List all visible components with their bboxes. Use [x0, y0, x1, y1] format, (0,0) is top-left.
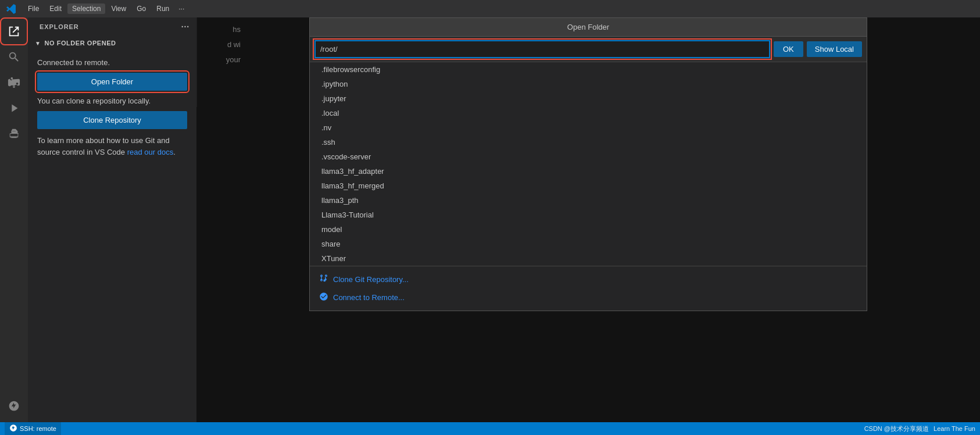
vscode-logo-icon — [6, 3, 16, 14]
explorer-title: EXPLORER — [40, 23, 79, 30]
statusbar: SSH: remote CSDN @技术分享频道 Learn The Fun — [0, 422, 980, 435]
activity-run-debug[interactable] — [2, 97, 26, 120]
activity-bar — [0, 17, 28, 422]
file-list-item[interactable]: .ipython — [310, 77, 867, 91]
menu-edit[interactable]: Edit — [45, 3, 66, 14]
statusbar-right: CSDN @技术分享频道 Learn The Fun — [864, 425, 975, 433]
folder-path-input[interactable] — [316, 41, 769, 57]
editor-area: Open Folder OK Show Local .filebrowserco… — [196, 17, 980, 422]
no-folder-header[interactable]: ▼ NO FOLDER OPENED — [28, 37, 196, 49]
clone-text: You can clone a repository locally. — [37, 97, 187, 105]
activity-explorer[interactable] — [2, 20, 26, 43]
menu-bar: File Edit Selection View Go Run ··· — [23, 3, 188, 14]
file-list-item[interactable]: model — [310, 222, 867, 237]
remote-connect-icon — [319, 292, 328, 303]
menu-selection[interactable]: Selection — [67, 3, 105, 14]
dialog-overlay: Open Folder OK Show Local .filebrowserco… — [196, 17, 980, 422]
file-list-item[interactable]: .local — [310, 106, 867, 120]
file-list-item[interactable]: .ssh — [310, 135, 867, 149]
file-list-item[interactable]: .jupyter — [310, 91, 867, 106]
clone-repo-button[interactable]: Clone Repository — [37, 111, 187, 129]
file-list-item[interactable]: llama3_hf_merged — [310, 179, 867, 193]
activity-search[interactable] — [2, 45, 26, 69]
file-list-item[interactable]: share — [310, 237, 867, 251]
file-list-item[interactable]: llama3_hf_adapter — [310, 164, 867, 179]
file-list-item[interactable]: .filebrowserconfig — [310, 62, 867, 77]
remote-text: SSH: remote — [20, 425, 56, 432]
activity-remote[interactable] — [2, 394, 26, 418]
file-list-item[interactable]: llama3_pth — [310, 193, 867, 208]
connect-remote-label: Connect to Remote... — [333, 293, 405, 302]
sidebar-content: Connected to remote. Open Folder You can… — [28, 49, 196, 167]
file-list-item[interactable]: XTuner — [310, 251, 867, 266]
menu-view[interactable]: View — [106, 3, 131, 14]
open-folder-button[interactable]: Open Folder — [37, 73, 187, 91]
statusbar-remote[interactable]: SSH: remote — [5, 422, 61, 435]
remote-icon-status — [9, 424, 17, 433]
sidebar-header: EXPLORER ··· — [28, 17, 196, 35]
learn-text: Learn The Fun — [933, 425, 975, 432]
open-folder-dialog: Open Folder OK Show Local .filebrowserco… — [309, 17, 867, 311]
dialog-ok-button[interactable]: OK — [774, 41, 803, 57]
menu-file[interactable]: File — [23, 3, 44, 14]
chevron-down-icon: ▼ — [35, 40, 41, 47]
no-folder-label: NO FOLDER OPENED — [44, 40, 116, 47]
sidebar-more-icon[interactable]: ··· — [181, 22, 189, 31]
git-branch-icon — [319, 274, 328, 285]
clone-git-label: Clone Git Repository... — [333, 275, 409, 284]
dialog-show-local-button[interactable]: Show Local — [807, 41, 862, 57]
file-list: .filebrowserconfig.ipython.jupyter.local… — [310, 62, 867, 266]
explorer-section: ▼ NO FOLDER OPENED Connected to remote. … — [28, 35, 196, 169]
dialog-input-wrapper — [314, 40, 770, 58]
activity-bottom-icons — [2, 394, 26, 422]
dialog-bottom-actions: Clone Git Repository... Connect to Remot… — [310, 266, 867, 311]
connected-text: Connected to remote. — [37, 58, 187, 67]
file-list-item[interactable]: .nv — [310, 120, 867, 135]
clone-git-repo-action[interactable]: Clone Git Repository... — [319, 271, 857, 288]
menu-more[interactable]: ··· — [175, 3, 188, 14]
dialog-input-row: OK Show Local — [310, 37, 867, 62]
file-list-item[interactable]: .vscode-server — [310, 149, 867, 164]
sidebar-header-actions: ··· — [181, 22, 189, 31]
read-docs-link[interactable]: read our docs — [127, 148, 174, 156]
dialog-title: Open Folder — [310, 18, 867, 37]
csdn-text: CSDN @技术分享频道 — [864, 425, 929, 433]
menu-go[interactable]: Go — [132, 3, 151, 14]
activity-source-control[interactable] — [2, 71, 26, 94]
menu-run[interactable]: Run — [152, 3, 174, 14]
titlebar: File Edit Selection View Go Run ··· — [0, 0, 980, 17]
activity-extensions[interactable] — [2, 122, 26, 145]
connect-remote-action[interactable]: Connect to Remote... — [319, 289, 857, 306]
sidebar: EXPLORER ··· ▼ NO FOLDER OPENED Connecte… — [28, 17, 196, 422]
main-area: EXPLORER ··· ▼ NO FOLDER OPENED Connecte… — [0, 17, 980, 422]
git-info-text: To learn more about how to use Git and s… — [37, 135, 187, 158]
file-list-item[interactable]: Llama3-Tutorial — [310, 208, 867, 222]
